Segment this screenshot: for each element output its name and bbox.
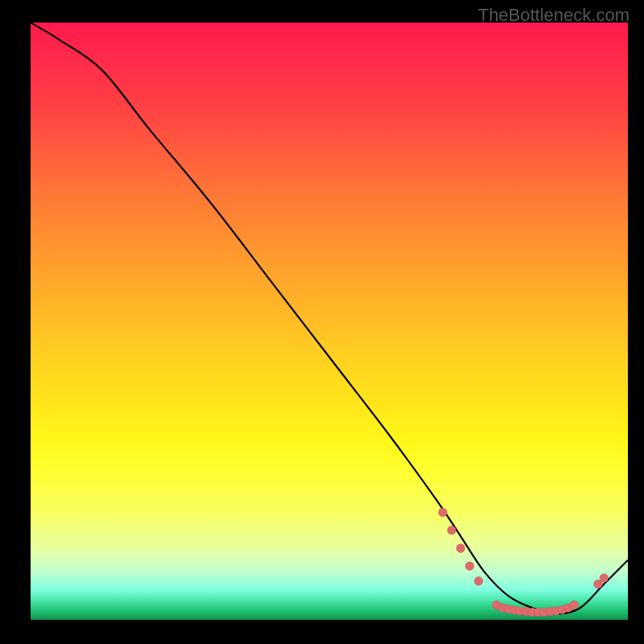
bottleneck-curve bbox=[31, 23, 628, 614]
watermark-text: TheBottleneck.com bbox=[478, 5, 630, 26]
chart-container: TheBottleneck.com bbox=[0, 0, 644, 644]
marker-point bbox=[570, 601, 579, 609]
curve-layer bbox=[31, 23, 628, 620]
marker-point bbox=[474, 576, 483, 585]
curve-markers bbox=[439, 508, 609, 617]
marker-point bbox=[600, 574, 609, 583]
marker-point bbox=[448, 526, 456, 535]
marker-point bbox=[456, 544, 465, 553]
marker-point bbox=[465, 562, 474, 571]
plot-area bbox=[31, 23, 628, 620]
marker-point bbox=[439, 508, 448, 517]
